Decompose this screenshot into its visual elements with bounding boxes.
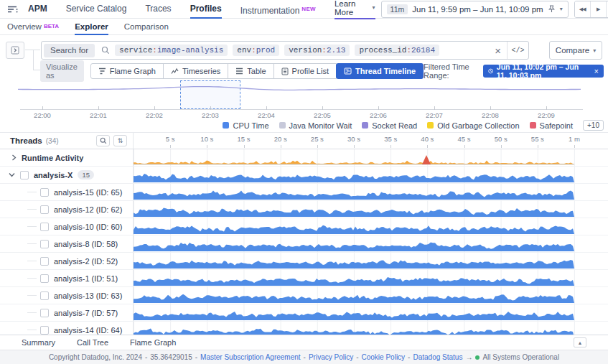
footer-link-msa[interactable]: Master Subscription Agreement: [200, 353, 301, 361]
footer-link-privacy[interactable]: Privacy Policy: [309, 353, 353, 361]
thread-label-cell[interactable]: analysis-13 (ID: 63): [0, 287, 134, 304]
threads-search-button[interactable]: [96, 135, 110, 146]
thread-label-cell[interactable]: analysis-1 (ID: 51): [0, 270, 134, 287]
thread-chart[interactable]: [134, 218, 608, 235]
thread-chart[interactable]: [134, 184, 608, 201]
thread-checkbox[interactable]: [40, 240, 49, 248]
thread-row[interactable]: analysis-13 (ID: 63): [0, 287, 608, 304]
query-tag-version[interactable]: version:2.13: [284, 45, 350, 56]
tab-overview[interactable]: OverviewBETA: [7, 19, 59, 35]
thread-row[interactable]: analysis-7 (ID: 57): [0, 304, 608, 322]
thread-row[interactable]: analysis-10 (ID: 60): [0, 218, 608, 235]
thread-checkbox[interactable]: [40, 326, 49, 335]
thread-checkbox[interactable]: [40, 274, 49, 283]
clear-search-icon[interactable]: ×: [489, 45, 507, 57]
thread-checkbox[interactable]: [40, 223, 49, 231]
minimap-tick: [42, 106, 43, 110]
profile-search-bar[interactable]: Search for service:image-analysis env:pr…: [41, 41, 529, 60]
filtered-time-range-pill[interactable]: Jun 11, 10:02 pm – Jun 11, 10:03 pm ×: [483, 65, 604, 78]
thread-group-row[interactable]: analysis-X 15: [0, 167, 608, 184]
thread-checkbox[interactable]: [40, 205, 49, 214]
thread-checkbox[interactable]: [40, 257, 49, 266]
legend-item[interactable]: Old Garbage Collection: [427, 121, 519, 130]
thread-checkbox[interactable]: [40, 309, 49, 317]
minimap[interactable]: 22:0022:0122:0222:0322:0422:0522:0622:07…: [0, 79, 608, 119]
minimap-tick: [490, 106, 491, 110]
query-tag-service[interactable]: service:image-analysis: [115, 45, 228, 56]
query-tag-env[interactable]: env:prod: [233, 45, 279, 56]
footer-link-status[interactable]: Datadog Status: [413, 353, 462, 361]
viz-timeseries-button[interactable]: Timeseries: [163, 63, 228, 79]
pin-icon[interactable]: [548, 5, 556, 13]
tab-call-tree[interactable]: Call Tree: [77, 338, 108, 347]
legend-item[interactable]: Java Monitor Wait: [279, 121, 352, 130]
thread-label-cell[interactable]: analysis-7 (ID: 57): [0, 304, 134, 322]
tab-flame-graph[interactable]: Flame Graph: [130, 338, 176, 347]
tab-summary[interactable]: Summary: [22, 338, 55, 347]
thread-label-cell[interactable]: analysis-15 (ID: 65): [0, 184, 134, 201]
query-tag-process-id[interactable]: process_id:26184: [355, 45, 439, 56]
time-range-picker[interactable]: 11m Jun 11, 9:59 pm – Jun 11, 10:09 pm ▾: [381, 1, 569, 18]
chevron-down-icon: ▾: [593, 47, 596, 54]
nav-item-traces[interactable]: Traces: [145, 0, 171, 19]
minimap-selection-brush[interactable]: [180, 80, 240, 109]
viz-profile-list-button[interactable]: Profile List: [273, 63, 337, 79]
legend-item[interactable]: CPU Time: [223, 121, 268, 130]
thread-label-cell[interactable]: analysis-14 (ID: 64): [0, 322, 134, 335]
thread-chart[interactable]: [134, 287, 608, 304]
time-range-text: Jun 11, 9:59 pm – Jun 11, 10:09 pm: [412, 5, 543, 14]
thread-label-cell[interactable]: analysis-8 (ID: 58): [0, 235, 134, 253]
chevron-down-icon[interactable]: [9, 172, 15, 177]
tab-explorer[interactable]: Explorer: [75, 19, 108, 35]
viz-flame-graph-button[interactable]: Flame Graph: [90, 63, 164, 79]
nav-item-apm[interactable]: APM: [28, 0, 47, 19]
time-backward-button[interactable]: ◀◀: [575, 1, 591, 17]
thread-row[interactable]: analysis-12 (ID: 62): [0, 201, 608, 218]
thread-checkbox[interactable]: [40, 188, 49, 197]
code-icon[interactable]: </>: [507, 42, 528, 59]
footer-link-cookie[interactable]: Cookie Policy: [362, 353, 406, 361]
thread-label-cell[interactable]: analysis-10 (ID: 60): [0, 218, 134, 235]
nav-item-profiles[interactable]: Profiles: [190, 0, 222, 19]
runtime-activity-cell[interactable]: Runtime Activity: [0, 149, 134, 167]
legend-more-button[interactable]: +10: [583, 120, 604, 131]
collapse-panel-icon[interactable]: ▲: [574, 337, 586, 347]
expand-panel-button[interactable]: [6, 42, 24, 59]
thread-checkbox[interactable]: [40, 291, 49, 300]
thread-label-cell[interactable]: analysis-12 (ID: 62): [0, 201, 134, 218]
threads-sort-button[interactable]: ⇅: [113, 135, 127, 146]
tab-comparison[interactable]: Comparison: [124, 19, 169, 35]
thread-chart[interactable]: [134, 235, 608, 253]
tree-connector: [27, 312, 37, 313]
chevron-right-icon[interactable]: [11, 154, 17, 161]
thread-chart[interactable]: [134, 201, 608, 218]
learn-more-dropdown[interactable]: Learn More▾: [335, 0, 375, 19]
thread-group-cell[interactable]: analysis-X 15: [0, 167, 134, 184]
time-play-button[interactable]: ▶: [591, 1, 607, 17]
compare-button[interactable]: Compare▾: [549, 41, 602, 60]
nav-item-instrumentation[interactable]: InstrumentationNEW: [240, 0, 316, 19]
thread-row[interactable]: analysis-8 (ID: 58): [0, 235, 608, 253]
viz-thread-timeline-button[interactable]: Thread Timeline: [336, 63, 424, 79]
close-icon[interactable]: ×: [594, 67, 599, 75]
thread-row[interactable]: analysis-15 (ID: 65): [0, 184, 608, 201]
thread-row-runtime[interactable]: Runtime Activity: [0, 149, 608, 167]
thread-row[interactable]: analysis-1 (ID: 51): [0, 270, 608, 287]
legend-item[interactable]: Socket Read: [362, 121, 417, 130]
filter-menu-icon[interactable]: [7, 5, 18, 14]
chevron-down-icon[interactable]: ▾: [560, 6, 563, 12]
legend-item[interactable]: Safepoint: [530, 121, 573, 130]
thread-label-cell[interactable]: analysis-2 (ID: 52): [0, 253, 134, 270]
thread-chart[interactable]: [134, 253, 608, 270]
viz-table-button[interactable]: Table: [228, 63, 273, 79]
thread-chart[interactable]: [134, 304, 608, 322]
thread-chart[interactable]: [134, 270, 608, 287]
thread-row[interactable]: analysis-14 (ID: 64): [0, 322, 608, 335]
thread-group-checkbox[interactable]: [20, 171, 29, 179]
thread-chart[interactable]: [134, 322, 608, 335]
thread-row[interactable]: analysis-2 (ID: 52): [0, 253, 608, 270]
nav-item-service-catalog[interactable]: Service Catalog: [66, 0, 127, 19]
runtime-activity-chart[interactable]: [134, 149, 608, 167]
thread-group-chart[interactable]: [134, 167, 608, 184]
thread-label: analysis-12 (ID: 62): [54, 205, 122, 214]
